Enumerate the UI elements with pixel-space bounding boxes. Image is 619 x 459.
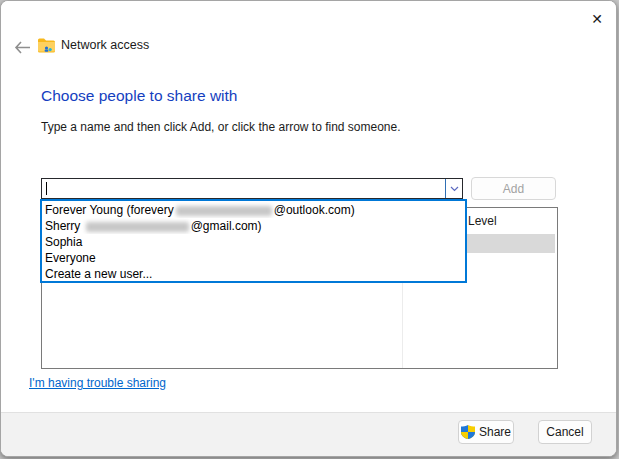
dropdown-item[interactable]: Everyone [42, 250, 465, 266]
close-icon[interactable]: ✕ [584, 7, 610, 31]
back-button[interactable] [11, 37, 33, 57]
share-button[interactable]: Share [458, 420, 514, 444]
share-button-label: Share [479, 425, 511, 439]
page-title: Network access [61, 38, 149, 52]
chevron-down-icon [450, 186, 459, 192]
network-access-dialog: ✕ Network access Choose people to share … [0, 0, 617, 457]
cancel-button[interactable]: Cancel [538, 420, 592, 444]
main-instruction: Choose people to share with [41, 87, 237, 105]
title-bar: ✕ [1, 1, 616, 33]
shared-folder-icon [37, 37, 56, 54]
permission-level-column-header[interactable]: Level [468, 214, 497, 228]
redacted-text [86, 222, 189, 232]
trouble-sharing-link[interactable]: I'm having trouble sharing [29, 376, 166, 390]
people-combobox-input[interactable] [41, 178, 463, 199]
nav-row: Network access [1, 35, 616, 59]
redacted-text [176, 206, 272, 216]
dropdown-item[interactable]: Create a new user... [42, 266, 465, 282]
dropdown-item[interactable]: Sherry @gmail.com) [42, 218, 465, 234]
combobox-dropdown-button[interactable] [445, 179, 462, 198]
footer-bar: Share Cancel [1, 412, 616, 456]
text-caret [46, 182, 47, 195]
people-dropdown-list: Forever Young (forevery@outlook.com)Sher… [40, 199, 467, 283]
add-button[interactable]: Add [471, 177, 556, 200]
uac-shield-icon [461, 425, 475, 439]
instruction-text: Type a name and then click Add, or click… [41, 120, 401, 134]
dropdown-item[interactable]: Forever Young (forevery@outlook.com) [42, 202, 465, 218]
back-arrow-icon [14, 41, 31, 54]
dropdown-item[interactable]: Sophia [42, 234, 465, 250]
